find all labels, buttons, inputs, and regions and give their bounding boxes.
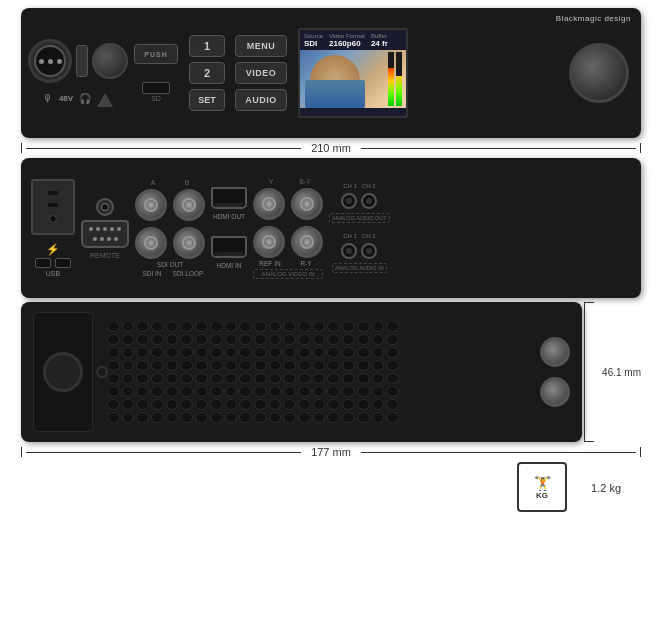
lcd-preview-image — [300, 50, 406, 108]
weight-kg-label: KG — [536, 491, 548, 500]
front-width-label: 210 mm — [305, 142, 357, 154]
headphone-jack — [76, 45, 88, 77]
weight-value-container: 1.2 kg — [591, 478, 621, 496]
hdmi-section: HDMI OUT HDMI IN — [211, 187, 247, 269]
push-label: PUSH — [144, 51, 167, 58]
bnc-side-top — [540, 337, 570, 367]
analog-video-in-label: ANALOG VIDEO IN — [253, 269, 323, 279]
hdmi-out-port — [211, 187, 247, 209]
lcd-source: Source SDI — [304, 33, 323, 48]
main-knob[interactable] — [569, 43, 629, 103]
xlr-pin — [57, 59, 62, 64]
db9-pin — [103, 227, 107, 231]
hdmi-in-port — [211, 236, 247, 258]
sdi-b-label: B — [171, 179, 203, 186]
lcd-meter-left — [388, 52, 394, 106]
side-dim-tick-left — [21, 447, 22, 457]
db9-pin — [89, 227, 93, 231]
side-dim-tick-right — [640, 447, 641, 457]
front-left-section: 🎙 48V 🎧 — [33, 39, 123, 107]
dim-line-right — [361, 148, 636, 149]
rear-panel-wrapper: ⚡ USB — [21, 158, 641, 298]
volume-knob[interactable] — [92, 43, 128, 79]
weight-row: 🏋 KG 1.2 kg — [21, 462, 641, 512]
analog-audio-in-label: ANALOG AUDIO IN — [332, 263, 387, 273]
db9-pin — [100, 237, 104, 241]
audio-out-jacks — [341, 193, 377, 209]
side-dimension-row: 177 mm — [21, 446, 641, 458]
lcd-buffer-value: 24 fr — [371, 39, 388, 48]
weight-icon: 🏋 — [534, 475, 551, 491]
annot-line-bottom — [584, 441, 594, 442]
audio-out-ch2 — [361, 193, 377, 209]
xlr-inner — [34, 45, 66, 77]
sd-slot — [142, 82, 170, 94]
lcd-audio-meters — [388, 52, 402, 106]
side-dim-line-right — [361, 452, 636, 453]
circ-connector — [96, 198, 114, 216]
xlr-pin — [39, 59, 44, 64]
front-dimension-row: 210 mm — [21, 142, 641, 154]
button-1[interactable]: 1 — [189, 35, 225, 57]
analog-audio-out-section: CH 1 CH 2 ANALOG AUDIO OUT CH 1 CH 2 ANA… — [329, 183, 390, 273]
side-width-label: 177 mm — [305, 446, 357, 458]
dim-tick-left — [21, 143, 22, 153]
xlr-pins — [39, 59, 62, 64]
brand-logo: Blackmagic design — [556, 14, 631, 23]
lcd-buffer: Buffer 24 fr — [371, 33, 388, 48]
sdi-out-bncs — [135, 189, 205, 221]
video-button[interactable]: VIDEO — [235, 62, 287, 84]
lcd-source-value: SDI — [304, 39, 323, 48]
db9-pin — [110, 227, 114, 231]
db9-connector — [81, 220, 129, 248]
button-2[interactable]: 2 — [189, 62, 225, 84]
hdmi-out-label: HDMI OUT — [213, 213, 245, 220]
xlr-connector — [28, 39, 72, 83]
push-button[interactable]: PUSH — [134, 44, 178, 64]
db9-pin — [107, 237, 111, 241]
r-y-label: R-Y — [290, 260, 322, 267]
rear-panel: ⚡ USB — [21, 158, 641, 298]
remote-label: REMOTE — [90, 252, 120, 259]
sdi-out-group: A B SDI OUT SDI IN SDI LOOP — [135, 179, 205, 277]
analog-video-group: Y B-Y REF IN R-Y ANALOG VIDEO IN — [253, 178, 323, 279]
ry-extra-bncs — [253, 226, 323, 258]
audio-out-ch1 — [341, 193, 357, 209]
power-socket — [31, 179, 75, 235]
menu-buttons: MENU VIDEO AUDIO — [235, 35, 290, 111]
bnc-side-bottom — [540, 377, 570, 407]
power-section: ⚡ USB — [31, 179, 75, 277]
lcd-format-value: 2160p60 — [329, 39, 365, 48]
audio-in-ch1 — [341, 243, 357, 259]
bnc-analog-1 — [253, 226, 285, 258]
side-dim-line — [26, 452, 301, 453]
side-left-cap — [33, 312, 93, 432]
height-label: 46.1 mm — [588, 367, 641, 378]
menu-button[interactable]: MENU — [235, 35, 287, 57]
analog-audio-out-label: ANALOG AUDIO OUT — [329, 213, 390, 223]
vent-grid — [103, 317, 403, 427]
ch1-out-label: CH 1 CH 2 — [343, 183, 375, 189]
bnc-ref-in — [253, 188, 285, 220]
dim-line — [26, 148, 301, 149]
lcd-footer — [300, 108, 406, 118]
front-right-section — [569, 43, 629, 103]
lcd-meter-right — [396, 52, 402, 106]
main-container: Blackmagic design — [0, 0, 662, 620]
button-set[interactable]: SET — [189, 89, 225, 111]
power-round — [49, 215, 57, 223]
side-row: 46.1 mm — [21, 302, 641, 442]
front-panel: Blackmagic design — [21, 8, 641, 138]
sdi-a-label: A — [137, 179, 169, 186]
circ-inner — [101, 203, 109, 211]
volume-triangle — [97, 93, 113, 107]
remote-section: REMOTE — [81, 198, 129, 259]
bnc-r-y — [291, 226, 323, 258]
side-bnc-connectors — [540, 337, 570, 407]
sdi-in-bncs — [135, 227, 205, 259]
audio-in-ch2 — [361, 243, 377, 259]
xlr-pin — [48, 59, 53, 64]
annot-vert-line — [584, 302, 585, 442]
number-buttons: 1 2 SET — [189, 35, 227, 111]
audio-button[interactable]: AUDIO — [235, 89, 287, 111]
